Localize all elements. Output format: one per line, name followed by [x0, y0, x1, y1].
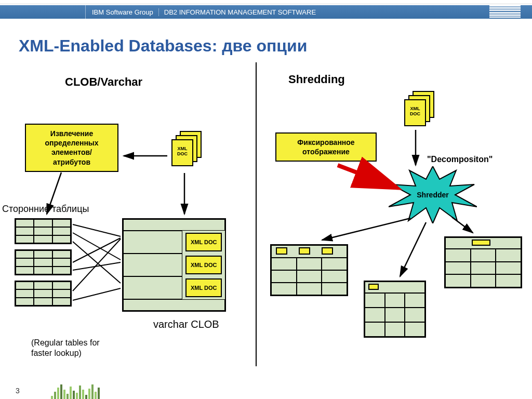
small-table-1 [15, 218, 72, 244]
xml-doc-stack-left: XML DOC [171, 131, 204, 168]
extract-box: Извлечение определенных элементов/ атриб… [25, 124, 118, 172]
footer-bars-icon [51, 383, 100, 399]
big-table: XML DOC XML DOC XML DOC [122, 218, 226, 312]
svg-line-5 [73, 233, 121, 260]
xml-doc-row-2: XML DOC [185, 256, 222, 274]
vertical-separator [256, 62, 257, 366]
svg-line-8 [73, 262, 121, 270]
svg-line-9 [73, 239, 121, 291]
decomposition-label: "Decompositon" [427, 155, 493, 164]
page-number: 3 [16, 387, 20, 395]
xml-doc-row-3: XML DOC [185, 278, 222, 297]
regular-tables-label: (Regular tables for faster lookup) [31, 338, 119, 358]
small-table-3 [15, 281, 72, 307]
ibm-logo-icon [489, 5, 521, 18]
svg-line-7 [73, 238, 121, 262]
header-left-block [0, 5, 86, 19]
header-group: IBM Software Group [86, 8, 159, 16]
xml-doc-row-1: XML DOC [185, 233, 222, 251]
subtitle-clob: CLOB/Varchar [65, 75, 142, 89]
top-line [0, 0, 532, 4]
side-tables-label: Сторонние таблицы [2, 204, 89, 215]
shredder-starburst: Shredder [389, 166, 477, 223]
small-table-2 [15, 249, 72, 275]
slide-title: XML-Enabled Databases: две опции [19, 36, 307, 56]
fixed-mapping-box: Фиксированное отображение [275, 132, 377, 162]
result-table-3 [444, 236, 522, 288]
header-product: DB2 INFORMATION MANAGEMENT SOFTWARE [159, 8, 321, 16]
xml-doc-stack-right: XML DOC [404, 91, 436, 128]
svg-line-10 [73, 288, 121, 300]
varchar-clob-label: varchar CLOB [153, 318, 219, 330]
svg-line-14 [400, 222, 426, 276]
xml-doc-label: XML DOC [175, 147, 190, 157]
svg-line-4 [73, 224, 121, 236]
svg-line-12 [338, 165, 395, 187]
header-bar: IBM Software Group DB2 INFORMATION MANAG… [0, 5, 532, 19]
subtitle-shredding: Shredding [288, 73, 345, 86]
footer: 3 [16, 380, 532, 399]
result-table-1 [270, 244, 348, 296]
svg-line-6 [73, 242, 121, 283]
xml-doc-label-r: XML DOC [407, 107, 423, 117]
result-table-2 [364, 281, 426, 338]
shredder-label: Shredder [417, 191, 448, 199]
